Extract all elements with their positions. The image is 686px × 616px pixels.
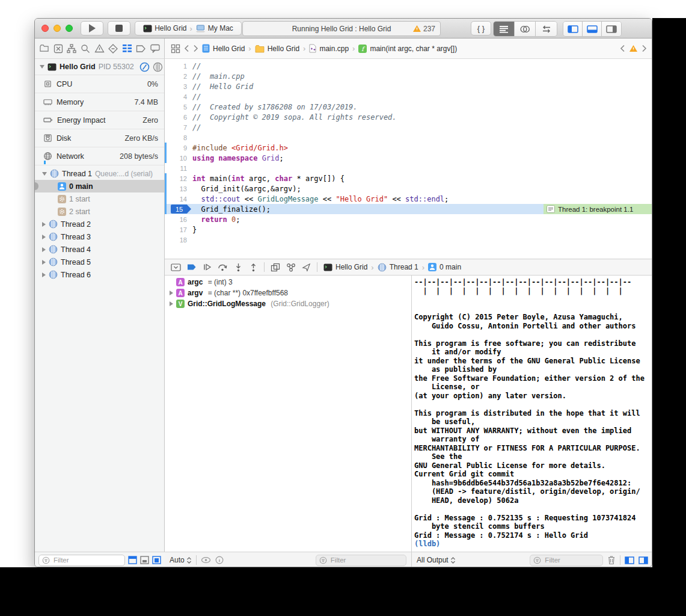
stack-frame-row[interactable]: 1 start [35, 192, 164, 205]
filter-input[interactable] [52, 556, 121, 564]
code-line[interactable]: 2// main.cpp [165, 71, 652, 81]
line-number[interactable]: 6 [183, 114, 187, 121]
variables-filter-field[interactable] [316, 555, 406, 566]
code-line[interactable]: 10using namespace Grid; [165, 153, 652, 163]
code-line[interactable]: 5// Created by s1786208 on 17/03/2019. [165, 102, 652, 112]
filter-input[interactable] [329, 556, 403, 564]
line-gutter[interactable]: 12 [165, 173, 192, 183]
line-gutter[interactable]: 5 [165, 102, 192, 112]
source-control-navigator-icon[interactable] [54, 44, 63, 54]
gauge-energy[interactable]: Energy ImpactZero [35, 111, 164, 129]
line-gutter[interactable]: 4 [165, 91, 192, 102]
code-line[interactable]: 8 [165, 132, 652, 143]
step-into-icon[interactable] [234, 263, 243, 272]
gauge-network[interactable]: Network208 bytes/s [35, 147, 164, 165]
simulate-location-icon[interactable] [302, 263, 311, 272]
line-number[interactable]: 10 [180, 155, 187, 162]
code-line[interactable]: 11 [165, 163, 652, 173]
line-gutter[interactable]: 10 [165, 153, 192, 163]
disclosure-triangle-icon[interactable] [42, 172, 47, 176]
variables-view[interactable]: Aargc = (int) 3Aargv = (char **) 0x7ffee… [165, 276, 411, 552]
line-gutter[interactable]: 2 [165, 71, 192, 81]
pause-process-button[interactable] [139, 62, 150, 72]
window-minimize-button[interactable] [54, 25, 61, 32]
variable-row[interactable]: VGrid::GridLogMessage (Grid::GridLogger) [165, 298, 411, 309]
breakpoint-annotation[interactable]: Thread 1: breakpoint 1.1 [544, 204, 652, 214]
line-number[interactable]: 12 [180, 175, 187, 182]
toggle-debug-area-button[interactable] [583, 22, 602, 36]
line-number[interactable]: 4 [183, 93, 187, 100]
warning-counter[interactable]: 237 [412, 25, 435, 33]
line-number[interactable]: 17 [180, 226, 187, 233]
issue-warning-icon[interactable] [629, 45, 638, 52]
step-over-icon[interactable] [218, 263, 228, 271]
line-number[interactable]: 11 [180, 165, 187, 172]
disclosure-triangle-icon[interactable] [170, 291, 173, 295]
test-navigator-icon[interactable] [108, 44, 118, 54]
code-line[interactable]: 17} [165, 224, 652, 235]
line-number[interactable]: 7 [183, 124, 187, 131]
issue-navigator-icon[interactable] [94, 44, 105, 53]
version-editor-button[interactable] [536, 22, 557, 36]
thread-row[interactable]: Thread 5 [35, 256, 164, 268]
line-gutter[interactable]: 18 [165, 235, 192, 245]
variables-scope-popup[interactable]: Auto [170, 556, 192, 564]
disclosure-triangle-icon[interactable] [170, 301, 173, 306]
line-number[interactable]: 3 [183, 83, 187, 90]
code-line[interactable]: 18 [165, 235, 652, 245]
line-gutter[interactable]: 6 [165, 112, 192, 122]
thread-row[interactable]: Thread 1Queue:...d (serial) [35, 167, 164, 180]
continue-icon[interactable] [203, 263, 212, 271]
disclosure-triangle-icon[interactable] [42, 260, 46, 265]
show-crashed-threads-toggle[interactable] [140, 556, 149, 564]
forward-icon[interactable] [193, 45, 198, 52]
breadcrumb-item[interactable]: main.cpp [319, 45, 349, 53]
show-running-blocks-toggle[interactable] [128, 556, 137, 564]
breadcrumb-item[interactable]: Hello Grid [268, 45, 299, 53]
code-line[interactable]: 15 Grid_finalize();Thread 1: breakpoint … [165, 204, 652, 214]
line-gutter[interactable]: 16 [165, 214, 192, 224]
step-out-icon[interactable] [249, 263, 258, 272]
process-row[interactable]: Hello Grid PID 55302 [35, 59, 164, 75]
code-line[interactable]: 12int main(int argc, char * argv[]) { [165, 173, 652, 183]
breakpoint-navigator-icon[interactable] [136, 45, 146, 53]
symbol-navigator-icon[interactable] [67, 44, 76, 54]
line-number[interactable]: 18 [180, 236, 187, 244]
disclosure-triangle-icon[interactable] [42, 222, 46, 227]
stop-button[interactable] [108, 21, 130, 35]
line-number[interactable]: 1 [183, 63, 187, 70]
related-items-icon[interactable] [171, 44, 180, 54]
code-line[interactable]: 4// [165, 91, 652, 102]
line-number[interactable]: 5 [183, 103, 187, 111]
breadcrumb-item[interactable]: main(int argc, char * argv[]) [370, 45, 457, 53]
disclosure-triangle-icon[interactable] [40, 65, 44, 69]
quick-look-icon[interactable] [201, 556, 211, 564]
console-output-popup[interactable]: All Output [417, 556, 456, 564]
report-navigator-icon[interactable] [150, 44, 160, 53]
debug-navigator-icon[interactable] [122, 44, 132, 53]
print-description-icon[interactable] [215, 556, 224, 564]
code-line[interactable]: 14 std::cout << GridLogMessage << "Hello… [165, 194, 652, 204]
scheme-project-label[interactable]: Hello Grid [155, 24, 186, 32]
line-number[interactable]: 16 [180, 216, 187, 223]
thread-row[interactable]: Thread 6 [35, 268, 164, 281]
disclosure-triangle-icon[interactable] [42, 247, 46, 252]
find-navigator-icon[interactable] [81, 44, 90, 54]
breadcrumb-item[interactable]: Hello Grid [213, 45, 245, 53]
line-gutter[interactable]: 8 [165, 132, 192, 143]
code-line[interactable]: 6// Copyright © 2019 sopa. All rights re… [165, 112, 652, 122]
gauge-cpu[interactable]: CPU0% [35, 75, 164, 93]
filter-input[interactable] [544, 556, 599, 564]
gauge-memory[interactable]: Memory7.4 MB [35, 93, 164, 111]
scheme-selector[interactable]: Hello Grid › My Mac [135, 21, 242, 35]
line-gutter[interactable]: 17 [165, 224, 192, 235]
gauge-disk[interactable]: DiskZero KB/s [35, 129, 164, 147]
breakpoint-badge[interactable]: 15 [171, 205, 191, 214]
stack-frame-row[interactable]: 0 main [35, 180, 164, 192]
navigator-filter-field[interactable] [38, 555, 125, 566]
variable-row[interactable]: Aargv = (char **) 0x7ffeefbff568 [165, 288, 411, 298]
line-gutter[interactable]: 13 [165, 183, 192, 194]
next-issue-icon[interactable] [642, 45, 647, 52]
disclosure-triangle-icon[interactable] [42, 273, 46, 277]
breadcrumb-item[interactable]: 0 main [439, 263, 461, 271]
